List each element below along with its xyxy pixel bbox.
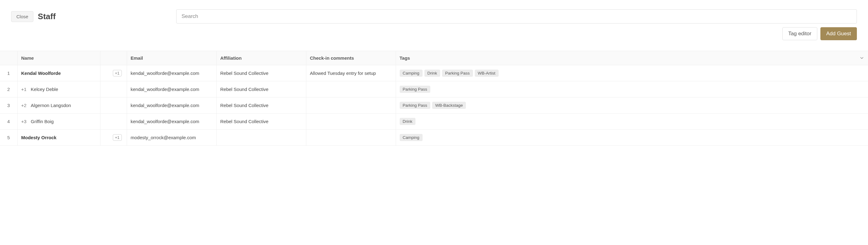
plusone-badge[interactable]: +1: [113, 70, 122, 76]
actions-row: Tag editor Add Guest: [0, 24, 868, 40]
row-name-cell[interactable]: +3Griffin Boig: [17, 114, 100, 130]
row-affiliation[interactable]: Rebel Sound Collective: [216, 97, 306, 114]
row-email[interactable]: kendal_woolforde@example.com: [127, 65, 216, 81]
tag-chip[interactable]: Drink: [400, 118, 416, 125]
row-number: 2: [0, 81, 17, 97]
header-row: Close Staff: [0, 9, 868, 24]
close-button[interactable]: Close: [11, 11, 33, 22]
row-plus-cell: +1: [100, 65, 127, 81]
column-header-name[interactable]: Name: [17, 51, 100, 65]
chevron-down-icon[interactable]: [860, 55, 864, 61]
tag-chip[interactable]: Parking Pass: [442, 70, 473, 77]
guest-table: Name Email Affiliation Check-in comments…: [0, 51, 868, 146]
column-header-email[interactable]: Email: [127, 51, 216, 65]
guest-name: Kelcey Deble: [31, 87, 58, 92]
row-comments[interactable]: [306, 130, 396, 146]
table-row[interactable]: 2+1Kelcey Deblekendal_woolforde@example.…: [0, 81, 868, 97]
plusone-prefix: +2: [21, 103, 27, 108]
row-name-cell[interactable]: +2Algernon Langsdon: [17, 97, 100, 114]
row-affiliation[interactable]: Rebel Sound Collective: [216, 114, 306, 130]
row-number: 3: [0, 97, 17, 114]
page-title: Staff: [38, 12, 56, 21]
table-row[interactable]: 3+2Algernon Langsdonkendal_woolforde@exa…: [0, 97, 868, 114]
row-tags[interactable]: CampingDrinkParking PassWB-Artist: [396, 65, 868, 81]
guest-name: Griffin Boig: [31, 119, 54, 124]
row-email[interactable]: kendal_woolforde@example.com: [127, 81, 216, 97]
table-header-row: Name Email Affiliation Check-in comments…: [0, 51, 868, 65]
tag-chip[interactable]: Parking Pass: [400, 102, 431, 109]
tag-chip[interactable]: Parking Pass: [400, 86, 431, 93]
tag-chip[interactable]: WB-Backstage: [432, 102, 466, 109]
plusone-prefix: +1: [21, 87, 27, 92]
search-wrap: [176, 9, 857, 24]
row-plus-cell: [100, 97, 127, 114]
column-header-plusone[interactable]: [100, 51, 127, 65]
row-number: 5: [0, 130, 17, 146]
page-container: Close Staff Tag editor Add Guest Name Em…: [0, 0, 868, 146]
row-comments[interactable]: [306, 81, 396, 97]
row-number: 1: [0, 65, 17, 81]
column-header-tags[interactable]: Tags: [396, 51, 868, 65]
table-row[interactable]: 5Modesty Orrock+1modesty_orrock@example.…: [0, 130, 868, 146]
row-comments[interactable]: [306, 97, 396, 114]
row-plus-cell: [100, 81, 127, 97]
row-plus-cell: +1: [100, 130, 127, 146]
column-header-number[interactable]: [0, 51, 17, 65]
column-header-affiliation[interactable]: Affiliation: [216, 51, 306, 65]
plusone-prefix: +3: [21, 119, 27, 124]
tag-chip[interactable]: WB-Artist: [475, 70, 499, 77]
row-comments[interactable]: [306, 114, 396, 130]
row-email[interactable]: modesty_orrock@example.com: [127, 130, 216, 146]
row-tags[interactable]: Drink: [396, 114, 868, 130]
column-header-comments[interactable]: Check-in comments: [306, 51, 396, 65]
guest-name: Modesty Orrock: [21, 135, 57, 140]
row-email[interactable]: kendal_woolforde@example.com: [127, 97, 216, 114]
tag-chip[interactable]: Camping: [400, 70, 423, 77]
column-header-tags-label: Tags: [400, 55, 410, 61]
add-guest-button[interactable]: Add Guest: [820, 27, 857, 40]
plusone-badge[interactable]: +1: [113, 134, 122, 141]
table-row[interactable]: 1Kendal Woolforde+1kendal_woolforde@exam…: [0, 65, 868, 81]
row-name-cell[interactable]: Modesty Orrock: [17, 130, 100, 146]
row-tags[interactable]: Parking PassWB-Backstage: [396, 97, 868, 114]
guest-name: Kendal Woolforde: [21, 70, 61, 76]
row-affiliation[interactable]: Rebel Sound Collective: [216, 65, 306, 81]
row-name-cell[interactable]: Kendal Woolforde: [17, 65, 100, 81]
tag-chip[interactable]: Drink: [425, 70, 440, 77]
guest-name: Algernon Langsdon: [31, 103, 71, 108]
tag-editor-button[interactable]: Tag editor: [782, 27, 817, 40]
row-tags[interactable]: Camping: [396, 130, 868, 146]
row-email[interactable]: kendal_woolforde@example.com: [127, 114, 216, 130]
search-input[interactable]: [176, 9, 857, 24]
tag-chip[interactable]: Camping: [400, 134, 423, 141]
row-affiliation[interactable]: [216, 130, 306, 146]
table-row[interactable]: 4+3Griffin Boigkendal_woolforde@example.…: [0, 114, 868, 130]
row-number: 4: [0, 114, 17, 130]
row-name-cell[interactable]: +1Kelcey Deble: [17, 81, 100, 97]
row-plus-cell: [100, 114, 127, 130]
row-comments[interactable]: Allowed Tuesday entry for setup: [306, 65, 396, 81]
row-affiliation[interactable]: Rebel Sound Collective: [216, 81, 306, 97]
row-tags[interactable]: Parking Pass: [396, 81, 868, 97]
